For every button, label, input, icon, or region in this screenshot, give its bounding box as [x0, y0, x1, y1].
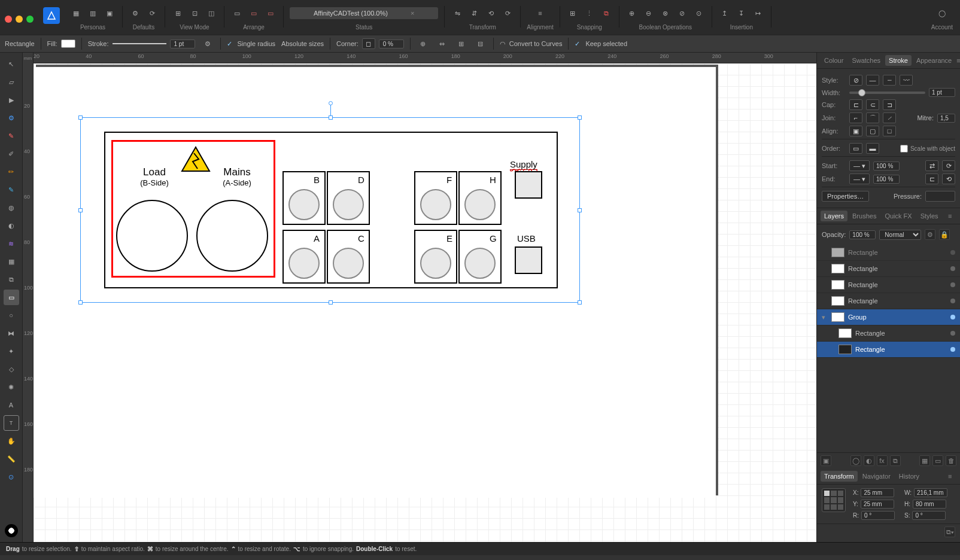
- link-wh-button[interactable]: ⧉▾: [944, 526, 955, 537]
- anchor-widget[interactable]: [822, 488, 846, 512]
- order-behind-button[interactable]: ▭: [849, 143, 862, 154]
- stroke-width-slider[interactable]: [849, 92, 925, 94]
- flip-h-icon[interactable]: ⇋: [451, 7, 464, 20]
- ruler-horizontal[interactable]: mm 20 40 60 80 100 120 140 160 180 200 2…: [23, 53, 816, 63]
- viewmode-pixel-icon[interactable]: ⊞: [171, 7, 184, 20]
- fill-tool[interactable]: ◍: [4, 200, 19, 215]
- persona-pixel-icon[interactable]: ▥: [86, 7, 99, 20]
- reset-arrows-button[interactable]: ⟲: [942, 174, 955, 184]
- bool-add-icon[interactable]: ⊕: [625, 7, 639, 20]
- quickfx-tab[interactable]: Quick FX: [881, 211, 915, 221]
- navigator-tab[interactable]: Navigator: [859, 471, 894, 482]
- stroke-preview[interactable]: [113, 43, 166, 44]
- layer-mask-icon[interactable]: ◯: [850, 455, 861, 466]
- cog-tool[interactable]: ✺: [4, 379, 19, 395]
- fill-swatch[interactable]: [61, 39, 75, 48]
- close-tab-icon[interactable]: ×: [411, 10, 414, 17]
- colour-tab[interactable]: Colour: [821, 55, 847, 66]
- transform-move-icon[interactable]: ⇔: [436, 37, 449, 50]
- layer-crop-icon[interactable]: ⧉: [890, 455, 901, 466]
- move-tool[interactable]: ↖: [4, 56, 19, 72]
- transparency-tool[interactable]: ◐: [4, 218, 19, 233]
- minimize-window-button[interactable]: [16, 16, 23, 23]
- corner-value-input[interactable]: [379, 39, 404, 48]
- single-radius-toggle[interactable]: ✓ Single radius: [227, 40, 276, 47]
- link-arrows-button[interactable]: ⟳: [942, 160, 955, 171]
- layer-cam-icon[interactable]: ▣: [821, 455, 831, 466]
- panel-menu-icon[interactable]: ≡: [956, 57, 960, 64]
- join-miter-button[interactable]: ⌐: [849, 112, 862, 123]
- style-solid-button[interactable]: —: [866, 75, 879, 86]
- bool-xor-icon[interactable]: ⊘: [676, 7, 689, 20]
- transform-origin-icon[interactable]: ⊕: [417, 37, 430, 50]
- pencil-tool[interactable]: ✎: [4, 182, 19, 197]
- style-none-button[interactable]: ⊘: [849, 75, 862, 86]
- stroke-tab[interactable]: Stroke: [885, 55, 912, 66]
- arrange-forward-icon[interactable]: ▭: [264, 7, 277, 20]
- bool-int-icon[interactable]: ⊗: [659, 7, 672, 20]
- layer-fx-button[interactable]: ⚙: [925, 229, 935, 240]
- add-layer-icon[interactable]: ▭: [932, 455, 943, 466]
- h-input[interactable]: [913, 500, 946, 509]
- usb-socket[interactable]: [515, 246, 542, 274]
- crop-tool[interactable]: ⧉: [4, 272, 19, 287]
- eyedropper-tool[interactable]: ✐: [4, 146, 19, 162]
- start-arrow-select[interactable]: — ▾: [849, 160, 870, 171]
- link-tool[interactable]: ⧓: [4, 325, 19, 341]
- snap-guides-icon[interactable]: ⋮: [583, 7, 596, 20]
- w-input[interactable]: [914, 488, 947, 497]
- load-socket[interactable]: [116, 200, 188, 272]
- alignment-icon[interactable]: ≡: [534, 7, 547, 20]
- insert-inside-icon[interactable]: ↧: [735, 7, 748, 20]
- layer-item[interactable]: Rectangle: [817, 342, 960, 358]
- add-pixel-layer-icon[interactable]: ▦: [919, 455, 930, 466]
- corner-type-button[interactable]: ◻: [362, 38, 375, 49]
- fullscreen-window-button[interactable]: [26, 16, 34, 23]
- supply-socket[interactable]: [515, 171, 542, 199]
- stroke-width-value[interactable]: [929, 88, 955, 97]
- style-dash-button[interactable]: ┄: [883, 75, 896, 86]
- mains-socket[interactable]: [196, 200, 268, 272]
- layer-lock-button[interactable]: 🔒: [939, 229, 950, 240]
- align-outside-button[interactable]: □: [883, 126, 896, 136]
- account-icon[interactable]: ◯: [935, 7, 949, 20]
- join-round-button[interactable]: ⌒: [866, 112, 879, 123]
- node-tool[interactable]: ▱: [4, 74, 19, 90]
- diamond-tool[interactable]: ◇: [4, 361, 19, 377]
- end-size-input[interactable]: [873, 175, 900, 184]
- star-tool[interactable]: ✦: [4, 343, 19, 359]
- pen-tool[interactable]: ✎: [4, 128, 19, 144]
- transform-cycle-icon[interactable]: ⊞: [455, 37, 468, 50]
- image-tool[interactable]: ▦: [4, 254, 19, 269]
- s-input[interactable]: [912, 511, 946, 520]
- opacity-input[interactable]: [849, 230, 876, 239]
- viewmode-split-icon[interactable]: ◫: [205, 7, 218, 20]
- stroke-settings-icon[interactable]: ⚙: [201, 37, 214, 50]
- convert-to-curves-button[interactable]: ◠ Convert to Curves: [500, 40, 563, 48]
- hand-tool[interactable]: ✋: [4, 433, 19, 449]
- layer-group-item[interactable]: ▾ Group: [817, 309, 960, 325]
- layers-tab[interactable]: Layers: [821, 211, 847, 221]
- ellipse-tool[interactable]: ○: [4, 308, 19, 323]
- align-inside-button[interactable]: ▢: [866, 126, 879, 136]
- frame-text-tool[interactable]: T: [4, 415, 19, 431]
- layer-adjust-icon[interactable]: ◐: [864, 455, 874, 466]
- viewmode-outline-icon[interactable]: ⊡: [188, 7, 201, 20]
- stroke-properties-button[interactable]: Properties…: [822, 191, 869, 202]
- art-text-tool[interactable]: A: [4, 397, 19, 413]
- brushes-tab[interactable]: Brushes: [849, 211, 880, 221]
- ruler-tool[interactable]: 📏: [4, 451, 19, 467]
- chevron-down-icon[interactable]: ▾: [822, 314, 828, 321]
- join-bevel-button[interactable]: ⟋: [883, 112, 896, 123]
- persona-designer-icon[interactable]: ▦: [69, 7, 83, 20]
- corner-tool[interactable]: ▶: [4, 92, 19, 108]
- layer-item[interactable]: Rectangle: [817, 325, 960, 342]
- styles-tab[interactable]: Styles: [917, 211, 942, 221]
- swatches-tab[interactable]: Swatches: [848, 55, 884, 66]
- style-brush-button[interactable]: 〰: [900, 75, 913, 86]
- layer-item[interactable]: Rectangle: [817, 293, 960, 309]
- close-window-button[interactable]: [5, 16, 12, 23]
- brush-tool[interactable]: ✏: [4, 164, 19, 179]
- end-arrow-select[interactable]: — ▾: [849, 174, 870, 184]
- history-tab[interactable]: History: [895, 471, 923, 482]
